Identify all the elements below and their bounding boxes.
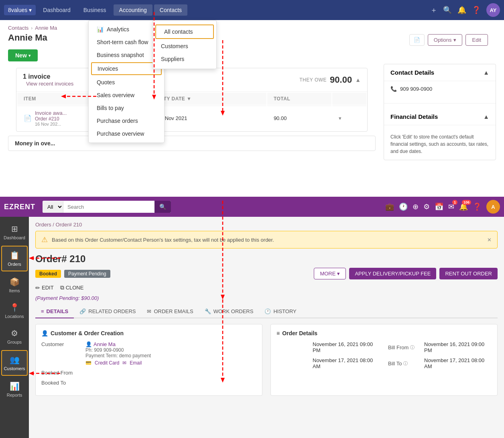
ez-breadcrumb: Orders / Order# 210 xyxy=(35,222,498,228)
edit-button[interactable]: Edit xyxy=(465,34,488,46)
financial-description: Click 'Edit' to store the contact's defa… xyxy=(390,133,489,155)
plus-circle-icon[interactable]: ⊕ xyxy=(413,202,419,211)
invoice-header: 1 invoice View recent invoices THEY OWE … xyxy=(16,68,367,92)
dd-purchase-orders[interactable]: Purchase orders xyxy=(89,114,164,127)
contact-details-body: 📞 909 909-0900 xyxy=(384,81,496,102)
invoice-row-expand[interactable]: ▾ xyxy=(332,106,366,130)
order-details-title: Order Details xyxy=(282,330,317,336)
brand-label: 8values xyxy=(8,7,27,13)
search-scope-select[interactable]: All xyxy=(43,201,63,213)
brand-dropdown[interactable]: 8values ▾ xyxy=(4,5,36,15)
edit-link-button[interactable]: ✏ EDIT xyxy=(35,284,54,292)
dd-bills[interactable]: Bills to pay xyxy=(89,102,164,114)
page-header: Contacts › Annie Ma Annie Ma 📄 Options ▾… xyxy=(0,20,504,47)
nav-contacts[interactable]: Contacts xyxy=(154,4,187,16)
settings-icon[interactable]: ⚙ xyxy=(423,202,430,211)
booked-from-label: Booked From xyxy=(41,370,85,376)
customers-icon: 👥 xyxy=(10,355,20,365)
sidebar-label-groups: Groups xyxy=(7,340,22,344)
ez-avatar[interactable]: A xyxy=(486,200,500,214)
nav-dashboard[interactable]: Dashboard xyxy=(37,4,76,16)
clone-icon: ⧉ xyxy=(60,284,64,291)
col-expand xyxy=(332,93,366,105)
edit-clone-row: ✏ EDIT ⧉ CLONE xyxy=(35,283,498,292)
search-button[interactable]: 🔍 xyxy=(154,201,171,213)
sidebar-item-groups[interactable]: ⚙ Groups xyxy=(1,324,28,348)
financial-section: Financial Details ▲ Click 'Edit' to stor… xyxy=(384,103,496,160)
tab-order-emails[interactable]: ✉ ORDER EMAILS xyxy=(141,305,199,318)
financial-collapse-icon[interactable]: ▲ xyxy=(483,113,489,120)
search-icon[interactable]: 🔍 xyxy=(443,6,452,14)
booked-to-row: Booked To xyxy=(41,380,256,386)
help-circle-icon[interactable]: ❓ xyxy=(473,202,482,211)
sidebar-item-items[interactable]: 📦 Items xyxy=(1,273,28,297)
warning-close-icon[interactable]: ✕ xyxy=(487,237,492,243)
they-owe-chevron[interactable]: ▲ xyxy=(355,77,361,83)
dd-suppliers[interactable]: Suppliers xyxy=(153,53,216,65)
customer-section-icon: 👤 xyxy=(41,330,48,336)
options-button[interactable]: Options ▾ xyxy=(428,34,462,46)
add-icon[interactable]: ＋ xyxy=(430,5,437,15)
ez-layout: ⊞ Dashboard 📋 Orders 📦 Items 📍 Locations… xyxy=(0,217,504,438)
search-input[interactable] xyxy=(63,202,154,212)
sidebar-item-customers[interactable]: 👥 Customers xyxy=(1,350,28,376)
calendar-icon[interactable]: 📅 xyxy=(435,202,443,211)
mail-icon[interactable]: ✉1 xyxy=(448,202,454,211)
dd-all-contacts[interactable]: All contacts xyxy=(155,24,214,39)
nav-accounting[interactable]: Accounting xyxy=(114,4,152,16)
sidebar-item-orders[interactable]: 📋 Orders xyxy=(1,246,28,271)
dd-quotes[interactable]: Quotes xyxy=(89,76,164,89)
sidebar-item-dashboard[interactable]: ⊞ Dashboard xyxy=(1,220,28,244)
sidebar-item-reports[interactable]: 📊 Reports xyxy=(1,377,28,401)
avatar[interactable]: AY xyxy=(486,3,500,17)
clone-link-button[interactable]: ⧉ CLONE xyxy=(60,283,84,292)
document-icon-btn[interactable]: 📄 xyxy=(409,34,425,46)
clock-icon[interactable]: 🕐 xyxy=(399,202,408,211)
col-total: TOTAL xyxy=(267,93,331,105)
phone-icon: 📞 xyxy=(390,86,397,92)
order-details-icon: ≡ xyxy=(276,330,280,336)
dd-customers[interactable]: Customers xyxy=(153,40,216,53)
reports-icon: 📊 xyxy=(10,381,20,391)
tab-related-orders[interactable]: 🔗 RELATED ORDERS xyxy=(74,305,141,318)
rent-out-button[interactable]: RENT OUT ORDER xyxy=(439,268,498,279)
tab-history[interactable]: 🕐 HISTORY xyxy=(259,305,302,318)
apply-delivery-button[interactable]: APPLY DELIVERY/PICKUP FEE xyxy=(349,268,436,279)
briefcase-icon[interactable]: 💼 xyxy=(385,202,394,211)
contact-collapse-icon[interactable]: ▲ xyxy=(483,69,489,76)
phone-number: 909 909-0900 xyxy=(400,86,432,92)
financial-details-header: Financial Details ▲ xyxy=(384,108,496,125)
customer-name-link[interactable]: Annie Ma xyxy=(93,341,116,347)
customer-section-title: Customer & Order Creation xyxy=(51,330,124,336)
breadcrumb-name: Annie Ma xyxy=(35,25,57,31)
new-button[interactable]: New ▾ xyxy=(8,49,38,61)
breadcrumb-contacts[interactable]: Contacts xyxy=(8,25,28,31)
customer-name-icon-row: 👤 Annie Ma xyxy=(85,341,151,347)
dd-invoices[interactable]: Invoices xyxy=(91,62,162,75)
options-caret: ▾ xyxy=(453,37,456,43)
tab-details[interactable]: ≡ DETAILS xyxy=(35,305,74,318)
tab-work-orders[interactable]: 🔧 WORK ORDERS xyxy=(199,305,259,318)
sidebar-label-dashboard: Dashboard xyxy=(4,235,25,240)
booked-to-label: Booked To xyxy=(41,380,85,386)
edit-link-label: EDIT xyxy=(42,285,54,291)
view-recent-invoices-link[interactable]: View recent invoices xyxy=(26,81,73,87)
notification-bell-icon[interactable]: 🔔106 xyxy=(459,202,468,211)
dd-purchase-overview[interactable]: Purchase overview xyxy=(89,127,164,140)
more-button[interactable]: MORE ▾ xyxy=(314,268,346,279)
bill-from-label: Bill From ⓘ xyxy=(388,344,424,350)
search-wrap: All 🔍 xyxy=(43,201,171,213)
sidebar-label-items: Items xyxy=(9,288,20,293)
nav-right-group: ＋ 🔍 🔔 ❓ AY xyxy=(430,3,500,17)
nav-business[interactable]: Business xyxy=(78,4,112,16)
invoice-name[interactable]: Invoice awa... xyxy=(35,110,67,116)
help-icon[interactable]: ❓ xyxy=(472,6,481,14)
sidebar-label-locations: Locations xyxy=(5,314,24,319)
invoice-count-text: 1 invoice xyxy=(23,73,50,80)
sidebar-item-locations[interactable]: 📍 Locations xyxy=(1,299,28,323)
bell-icon[interactable]: 🔔 xyxy=(457,6,466,14)
invoice-section: 1 invoice View recent invoices THEY OWE … xyxy=(16,68,368,132)
dd-sales-overview[interactable]: Sales overview xyxy=(89,89,164,102)
invoice-order[interactable]: Order #210 xyxy=(35,116,67,122)
credit-card-icon: 💳 xyxy=(85,360,91,366)
